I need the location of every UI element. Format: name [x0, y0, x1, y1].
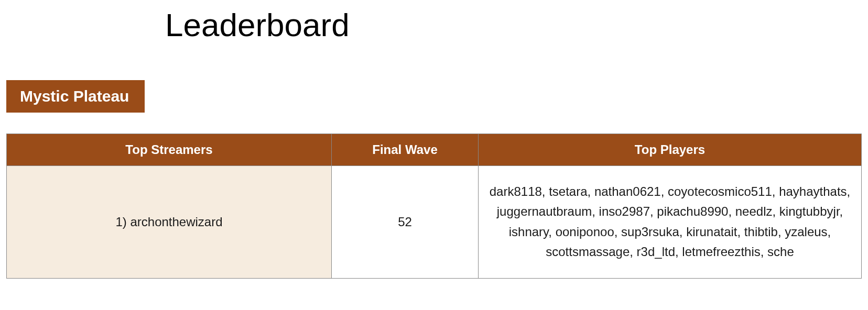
- leaderboard-table: Top Streamers Final Wave Top Players 1) …: [6, 134, 862, 279]
- section-title: Mystic Plateau: [6, 80, 145, 113]
- header-top-players: Top Players: [479, 134, 862, 166]
- header-top-streamers: Top Streamers: [7, 134, 332, 166]
- page-title: Leaderboard: [165, 6, 862, 43]
- header-final-wave: Final Wave: [332, 134, 479, 166]
- wave-cell: 52: [332, 166, 479, 279]
- players-cell: dark8118, tsetara, nathan0621, coyotecos…: [479, 166, 862, 279]
- table-row: 1) archonthewizard 52 dark8118, tsetara,…: [7, 166, 862, 279]
- streamer-cell: 1) archonthewizard: [7, 166, 332, 279]
